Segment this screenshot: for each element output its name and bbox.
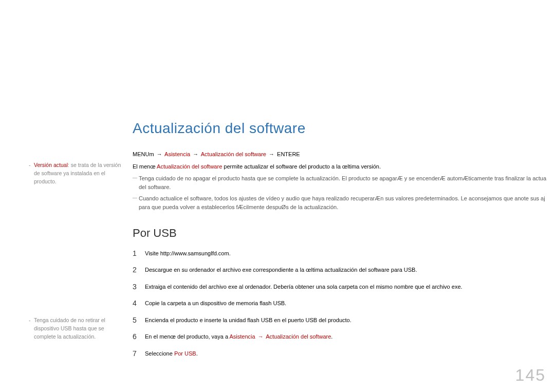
step-text: Visite http://www.samsunglfd.com. [145,250,231,256]
step-red: Por USB [174,350,196,357]
arrow-icon: → [258,333,264,340]
step-text: Copie la carpeta a un dispositivo de mem… [145,300,286,306]
section-heading-usb: Por USB [133,227,555,240]
step-item: Encienda el producto e inserte la unidad… [133,316,555,325]
desc-prefix: El menœ [133,163,156,170]
step-prefix: Seleccione [145,350,173,357]
step-red: Asistencia [229,333,255,340]
breadcrumb-menu: MENUm [133,151,154,157]
step-item: En el menœ del producto, vaya a Asistenc… [133,332,555,341]
document-page: Versión actual: se trata de la versión d… [0,0,555,392]
note-warning-power: Tenga cuidado de no apagar el producto h… [133,174,555,192]
steps-list: Visite http://www.samsunglfd.com. Descar… [133,249,555,358]
step-text: Extraiga el contenido del archivo exe al… [145,284,462,290]
arrow-icon: → [157,151,162,157]
note-text-cont: para que pueda volver a establecerlos fÆ… [139,203,555,212]
arrow-icon: → [269,151,274,157]
desc-suffix: permite actualizar el software del produ… [224,163,381,170]
note-warning-settings: Cuando actualice el software, todos los … [133,194,555,212]
description-line: El menœ Actualización del software permi… [133,162,555,171]
step-red: Actualización del software [266,333,331,340]
step-item: Extraiga el contenido del archivo exe al… [133,283,555,291]
arrow-icon: → [193,151,198,157]
breadcrumb-enter: ENTERE [277,151,300,157]
step-item: Copie la carpeta a un dispositivo de mem… [133,299,555,308]
breadcrumb-path: MENUm → Asistencia → Actualización del s… [133,151,555,157]
step-prefix: En el menœ del producto, vaya a [145,333,228,340]
side-note-usb-warning: Tenga cuidado de no retirar el dispositi… [29,316,121,341]
side-note-text: Tenga cuidado de no retirar el dispositi… [34,317,105,340]
breadcrumb-asistencia: Asistencia [164,151,190,157]
breadcrumb-actualizacion: Actualización del software [201,151,266,157]
page-number: 145 [515,366,546,385]
step-text: Descargue en su ordenador el archivo exe… [145,267,417,273]
side-note-version: Versión actual: se trata de la versión d… [29,161,121,185]
desc-red: Actualización del software [157,163,222,170]
side-note-red: Versión actual [34,162,68,168]
step-text: Encienda el producto e inserte la unidad… [145,317,351,323]
step-suffix: . [331,333,332,340]
step-item: Visite http://www.samsunglfd.com. [133,249,555,258]
note-text: Cuando actualice el software, todos los … [139,195,545,201]
note-text-cont: del software. [139,183,555,192]
step-item: Seleccione Por USB. [133,349,555,358]
page-title: Actualización del software [133,120,555,137]
main-content: Actualización del software MENUm → Asist… [133,120,555,366]
note-text: Tenga cuidado de no apagar el producto h… [139,175,546,181]
step-item: Descargue en su ordenador el archivo exe… [133,266,555,274]
step-suffix: . [196,350,198,357]
